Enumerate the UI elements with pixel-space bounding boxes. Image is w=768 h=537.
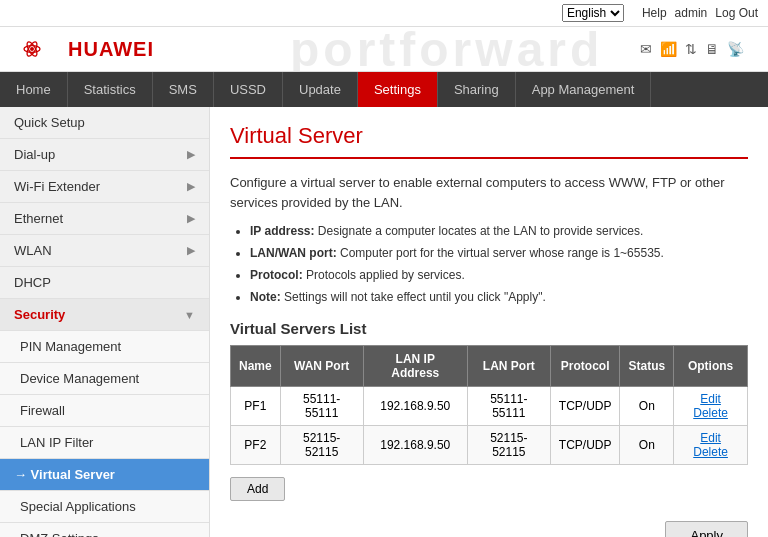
sidebar-item-dhcp[interactable]: DHCP [0, 267, 209, 299]
nav-update[interactable]: Update [283, 72, 358, 107]
arrow-icon: ▶ [187, 180, 195, 193]
table-row: PF2 52115-52115 192.168.9.50 52115-52115… [231, 426, 748, 465]
language-select[interactable]: English [562, 4, 624, 22]
status-icons: ✉ 📶 ⇅ 🖥 📡 [640, 41, 744, 57]
bullet-ip-address: IP address: Designate a computer locates… [250, 222, 748, 240]
virtual-servers-table: Name WAN Port LAN IP Address LAN Port Pr… [230, 345, 748, 465]
admin-link[interactable]: admin [675, 6, 708, 20]
main-nav: Home Statistics SMS USSD Update Settings… [0, 72, 768, 107]
sidebar-item-ethernet[interactable]: Ethernet ▶ [0, 203, 209, 235]
cell-lan-port: 55111-55111 [467, 387, 550, 426]
cell-name: PF1 [231, 387, 281, 426]
bullet-protocol: Protocol: Protocols applied by services. [250, 266, 748, 284]
col-lan-port: LAN Port [467, 346, 550, 387]
signal-icon: 📶 [660, 41, 677, 57]
nav-ussd[interactable]: USSD [214, 72, 283, 107]
sidebar-item-virtual-server[interactable]: → Virtual Server [0, 459, 209, 491]
table-title: Virtual Servers List [230, 320, 748, 337]
cell-protocol: TCP/UDP [550, 426, 620, 465]
cell-options: Edit Delete [674, 426, 748, 465]
logo: HUAWEI [12, 33, 154, 65]
sidebar-item-pin-management[interactable]: PIN Management [0, 331, 209, 363]
sidebar-item-firewall[interactable]: Firewall [0, 395, 209, 427]
cell-lan-ip: 192.168.9.50 [363, 426, 467, 465]
col-protocol: Protocol [550, 346, 620, 387]
nav-sharing[interactable]: Sharing [438, 72, 516, 107]
top-bar: English Help admin Log Out [0, 0, 768, 27]
huawei-logo-icon [12, 33, 52, 65]
edit-link-pf2[interactable]: Edit [700, 431, 721, 445]
brand-name: HUAWEI [68, 38, 154, 61]
col-status: Status [620, 346, 674, 387]
nav-home[interactable]: Home [0, 72, 68, 107]
arrow-icon: ▼ [184, 309, 195, 321]
mail-icon: ✉ [640, 41, 652, 57]
help-link[interactable]: Help [642, 6, 667, 20]
main-layout: Quick Setup Dial-up ▶ Wi-Fi Extender ▶ E… [0, 107, 768, 537]
sidebar-item-wifi-extender[interactable]: Wi-Fi Extender ▶ [0, 171, 209, 203]
cell-lan-ip: 192.168.9.50 [363, 387, 467, 426]
bullet-note: Note: Settings will not take effect unti… [250, 288, 748, 306]
delete-link-pf2[interactable]: Delete [693, 445, 728, 459]
bullet-lan-wan-port: LAN/WAN port: Computer port for the virt… [250, 244, 748, 262]
col-wan-port: WAN Port [280, 346, 363, 387]
sidebar-item-dialup[interactable]: Dial-up ▶ [0, 139, 209, 171]
add-button[interactable]: Add [230, 477, 285, 501]
cell-status: On [620, 426, 674, 465]
sidebar-item-special-applications[interactable]: Special Applications [0, 491, 209, 523]
sidebar-item-lan-ip-filter[interactable]: LAN IP Filter [0, 427, 209, 459]
cell-options: Edit Delete [674, 387, 748, 426]
arrow-icon: ▶ [187, 212, 195, 225]
sidebar-item-dmz-settings[interactable]: DMZ Settings [0, 523, 209, 537]
monitor-icon: 🖥 [705, 41, 719, 57]
cell-wan-port: 55111-55111 [280, 387, 363, 426]
col-lan-ip: LAN IP Address [363, 346, 467, 387]
sidebar: Quick Setup Dial-up ▶ Wi-Fi Extender ▶ E… [0, 107, 210, 537]
page-title: Virtual Server [230, 123, 748, 159]
cell-wan-port: 52115-52115 [280, 426, 363, 465]
sidebar-section-security[interactable]: Security ▼ [0, 299, 209, 331]
nav-sms[interactable]: SMS [153, 72, 214, 107]
cell-protocol: TCP/UDP [550, 387, 620, 426]
bullet-list: IP address: Designate a computer locates… [250, 222, 748, 306]
apply-row: Apply [230, 521, 748, 537]
col-name: Name [231, 346, 281, 387]
nav-settings[interactable]: Settings [358, 72, 438, 107]
content-area: Virtual Server Configure a virtual serve… [210, 107, 768, 537]
edit-link-pf1[interactable]: Edit [700, 392, 721, 406]
arrow-icon: ▶ [187, 244, 195, 257]
nav-app-management[interactable]: App Management [516, 72, 652, 107]
col-options: Options [674, 346, 748, 387]
watermark: portforward [290, 27, 603, 72]
delete-link-pf1[interactable]: Delete [693, 406, 728, 420]
arrow-icon: ▶ [187, 148, 195, 161]
sidebar-item-quick-setup[interactable]: Quick Setup [0, 107, 209, 139]
table-row: PF1 55111-55111 192.168.9.50 55111-55111… [231, 387, 748, 426]
svg-point-3 [30, 47, 34, 51]
description-text: Configure a virtual server to enable ext… [230, 173, 748, 212]
logo-bar: HUAWEI portforward ✉ 📶 ⇅ 🖥 📡 [0, 27, 768, 72]
apply-button[interactable]: Apply [665, 521, 748, 537]
wifi-icon: 📡 [727, 41, 744, 57]
cell-name: PF2 [231, 426, 281, 465]
logout-link[interactable]: Log Out [715, 6, 758, 20]
data-icon: ⇅ [685, 41, 697, 57]
cell-status: On [620, 387, 674, 426]
sidebar-item-device-management[interactable]: Device Management [0, 363, 209, 395]
cell-lan-port: 52115-52115 [467, 426, 550, 465]
nav-statistics[interactable]: Statistics [68, 72, 153, 107]
sidebar-item-wlan[interactable]: WLAN ▶ [0, 235, 209, 267]
